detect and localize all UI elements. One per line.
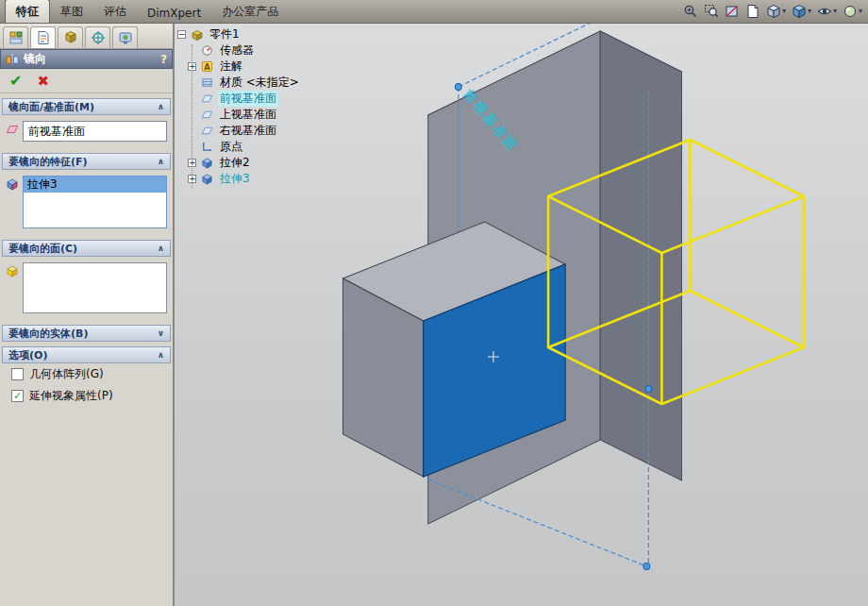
tree-item-annotations[interactable]: + A 注解 [177,59,343,75]
tab-dimxpert[interactable]: DimXpert [137,3,211,23]
plane-handle[interactable] [645,386,652,393]
group-header-faces[interactable]: 要镜向的面(C) ∧ [2,240,171,257]
mirror-plane-icon [6,123,19,139]
plane-handle[interactable] [455,84,461,91]
chevron-up-icon: ∧ [158,157,164,166]
tab-features[interactable]: 特征 [5,0,50,23]
faces-listbox[interactable] [23,262,167,313]
tree-item-top-plane[interactable]: 上视基准面 [177,107,343,123]
checkbox-checked[interactable]: ✓ [11,390,24,402]
origin-icon [200,140,214,154]
expand-icon[interactable]: + [188,62,196,71]
mirror-plane-value: 前视基准面 [28,124,85,140]
chevron-down-icon: ▾ [833,8,837,15]
expand-icon[interactable]: + [188,175,196,183]
cancel-button[interactable]: ✖ [37,73,49,90]
viewport-3d[interactable]: 前视基准面 [175,24,868,606]
propagate-visual-properties-option[interactable]: ✓ 延伸视象属性(P) [2,385,171,407]
tab-office-products[interactable]: 办公室产品 [211,0,289,23]
tree-item-origin[interactable]: 原点 [177,139,343,155]
chevron-down-icon: ∨ [158,328,164,338]
property-manager-panel: 镜向 ? ✔ ✖ 镜向面/基准面(M) ∧ 前视基准面 [0,24,175,606]
tree-item-extrude3[interactable]: + 拉伸3 [177,171,343,187]
group-title: 选项(O) [8,348,47,362]
group-mirror-plane: 镜向面/基准面(M) ∧ 前视基准面 [2,98,171,148]
chevron-up-icon: ∧ [158,102,164,111]
section-view-icon[interactable] [724,3,741,20]
configurationmanager-tab[interactable] [58,26,83,48]
tree-item-label: 拉伸3 [218,171,252,187]
feature-list-item[interactable]: 拉伸3 [24,177,166,193]
dimxpertmanager-icon [91,30,106,45]
tab-sketch[interactable]: 草图 [50,0,93,23]
property-manager-title: 镜向 [24,51,46,67]
zoom-in-icon[interactable] [682,3,699,20]
mirror-plane-field[interactable]: 前视基准面 [23,121,167,142]
sheet-icon[interactable] [744,3,761,20]
svg-text:A: A [204,62,210,72]
group-header-bodies[interactable]: 要镜向的实体(B) ∨ [2,325,171,342]
material-icon [200,76,214,90]
dimxpertmanager-tab[interactable] [85,26,110,48]
hide-show-items-icon[interactable]: ▾ [816,3,838,20]
tree-item-front-plane[interactable]: 前视基准面 [177,91,343,107]
tree-item-sensors[interactable]: 传感器 [177,42,343,59]
collapse-icon[interactable]: − [177,30,186,39]
tree-item-material[interactable]: 材质 <未指定> [177,75,343,91]
extrude-icon [200,172,214,186]
appearance-icon[interactable]: ▾ [842,3,863,20]
feature-list-item-label: 拉伸3 [27,177,58,193]
group-header-options[interactable]: 选项(O) ∧ [2,346,171,363]
group-title: 要镜向的面(C) [8,242,77,256]
property-manager-title-bar: 镜向 ? [0,49,173,69]
view-orientation-icon[interactable]: ▾ [765,3,787,20]
geometry-pattern-option[interactable]: 几何体阵列(G) [2,363,171,385]
tree-item-label: 材质 <未指定> [218,75,301,91]
property-manager-actions: ✔ ✖ [0,69,173,93]
features-to-mirror-icon [6,177,19,194]
checkbox-unchecked[interactable] [11,368,24,380]
displaymanager-tab[interactable] [112,26,138,48]
group-header-mirror-plane[interactable]: 镜向面/基准面(M) ∧ [2,98,171,115]
propertymanager-tab[interactable] [30,26,56,48]
plane-handle[interactable] [643,564,650,570]
plane-icon [200,92,214,106]
command-manager-bar: 特征 草图 评估 DimXpert 办公室产品 ▾ [0,0,868,24]
tree-item-label: 右视基准面 [218,123,278,139]
tree-item-label: 上视基准面 [218,107,278,123]
chevron-up-icon: ∧ [158,350,164,360]
features-listbox[interactable]: 拉伸3 [23,176,167,228]
checkbox-label: 几何体阵列(G) [29,366,104,382]
part-icon [190,27,204,42]
extrude-icon [200,156,214,170]
solidworks-window: 特征 草图 评估 DimXpert 办公室产品 ▾ [0,0,868,606]
propertymanager-icon [36,30,51,45]
expand-icon[interactable]: + [188,159,196,167]
command-tabs: 特征 草图 评估 DimXpert 办公室产品 [5,0,289,23]
tree-item-label: 原点 [218,139,244,155]
tree-item-label: 前视基准面 [218,91,278,107]
group-bodies-to-mirror: 要镜向的实体(B) ∨ [2,325,171,342]
ok-button[interactable]: ✔ [9,72,22,90]
group-options: 选项(O) ∧ 几何体阵列(G) ✓ 延伸视象属性(P) [2,346,171,407]
plane-icon [200,108,214,122]
chevron-up-icon: ∧ [158,244,164,253]
display-style-icon[interactable]: ▾ [791,3,812,20]
displaymanager-icon [118,30,133,45]
tree-item-extrude2[interactable]: + 拉伸2 [177,155,343,171]
configurationmanager-icon [63,30,78,45]
view-heads-up-toolbar: ▾ ▾ ▾ ▾ [682,3,863,23]
mirror-feature-icon [6,53,19,66]
tree-item-label: 传感器 [218,42,256,59]
featuremanager-tab[interactable] [3,26,28,48]
plate-right-face[interactable] [600,31,681,480]
help-icon[interactable]: ? [160,53,167,66]
zoom-to-area-icon[interactable] [703,3,720,20]
chevron-down-icon: ▾ [782,8,786,15]
plane-icon [200,124,214,138]
tree-item-part-root[interactable]: − 零件1 [177,26,343,42]
tab-evaluate[interactable]: 评估 [93,0,137,23]
tree-item-right-plane[interactable]: 右视基准面 [177,123,343,139]
group-features-to-mirror: 要镜向的特征(F) ∧ 拉伸3 [2,153,171,235]
group-header-features[interactable]: 要镜向的特征(F) ∧ [2,153,171,170]
